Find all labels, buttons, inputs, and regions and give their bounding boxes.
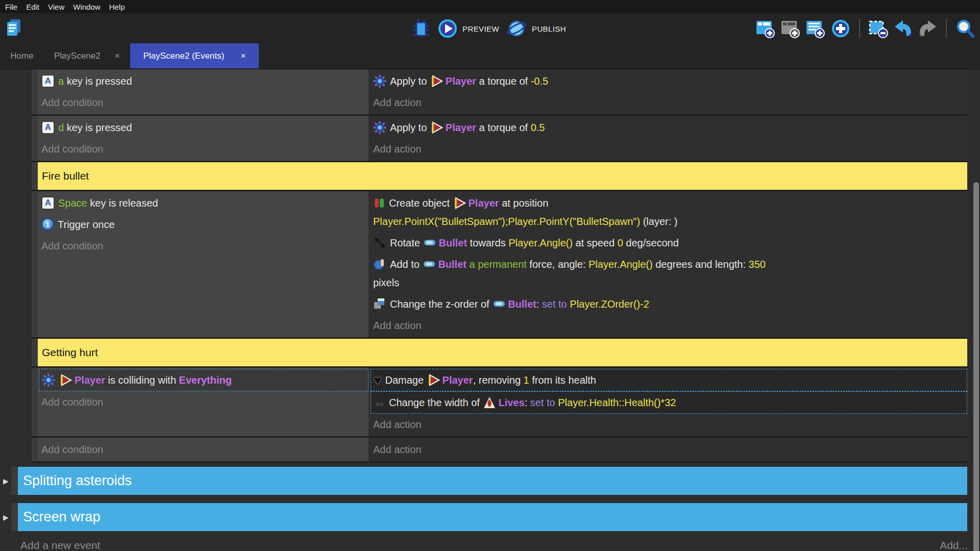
keyboard-icon: A xyxy=(41,196,55,210)
add-action-button[interactable]: Add action xyxy=(371,439,967,460)
actions-cell: ♥Damage Player, removing 1 from its heal… xyxy=(369,368,967,436)
tab-playscene2-events[interactable]: PlayScene2 (Events) × xyxy=(130,43,259,68)
text-segment: 1 xyxy=(524,374,529,386)
publish-button[interactable]: PUBLISH xyxy=(506,18,566,39)
text-segment: a torque of xyxy=(476,122,531,133)
text-segment: d xyxy=(58,122,64,133)
publish-label: PUBLISH xyxy=(532,24,566,33)
add-condition-button[interactable]: Add condition xyxy=(39,138,369,160)
player-icon xyxy=(60,374,72,386)
actions-cell: Apply to Player a torque of 0.5Add actio… xyxy=(369,116,967,161)
force-icon xyxy=(373,258,386,271)
actions-cell: Apply to Player a torque of -0.5Add acti… xyxy=(369,69,967,114)
add-action-button[interactable]: Add action xyxy=(371,315,967,336)
action-line[interactable]: Create object Player at position Player.… xyxy=(371,192,967,232)
main-toolbar: PREVIEW PUBLISH xyxy=(0,13,980,43)
text-segment: Change the z-order of xyxy=(390,298,492,310)
comment-row: Getting hurt xyxy=(32,339,967,368)
text-segment: force, angle: xyxy=(527,259,589,270)
group-header[interactable]: Screen wrap xyxy=(18,503,967,531)
text-segment: key is released xyxy=(87,197,158,209)
expand-arrow-icon[interactable]: ▶ xyxy=(3,477,9,485)
event-getting-hurt: Player is colliding with EverythingAdd c… xyxy=(32,368,967,438)
preview-button[interactable]: PREVIEW xyxy=(437,18,499,39)
menu-view[interactable]: View xyxy=(48,3,64,11)
event-drag-handle[interactable] xyxy=(32,162,38,190)
event-drag-handle[interactable] xyxy=(11,503,18,531)
action-line[interactable]: Apply to Player a torque of 0.5 xyxy=(371,117,967,138)
condition-line[interactable]: Aa key is pressed xyxy=(39,70,369,92)
tab-home[interactable]: Home xyxy=(0,43,44,68)
event-drag-handle[interactable] xyxy=(11,467,18,495)
add-subevent-button[interactable] xyxy=(780,18,800,39)
text-segment: Player xyxy=(443,374,473,386)
tab-playscene2[interactable]: PlayScene2 × xyxy=(44,43,130,68)
group-header[interactable]: Splitting asteroids xyxy=(18,467,967,495)
player-icon xyxy=(428,374,440,386)
event-drag-handle[interactable] xyxy=(32,368,38,436)
sheet-footer: Add a new event Add... xyxy=(20,539,968,551)
toolbar-separator xyxy=(946,19,947,38)
group-row: ▶Splitting asteroids xyxy=(11,467,967,495)
action-line[interactable]: Add to Bullet a permanent force, angle: … xyxy=(371,254,967,293)
debug-icon[interactable] xyxy=(411,18,431,39)
vertical-scrollbar[interactable] xyxy=(973,182,979,551)
text-segment: pixels xyxy=(373,277,399,288)
add-condition-button[interactable]: Add condition xyxy=(39,92,369,113)
condition-line[interactable]: 1Trigger once xyxy=(39,214,369,235)
physics-icon xyxy=(373,74,386,88)
event-drag-handle[interactable] xyxy=(32,191,38,337)
add-button[interactable]: Add... xyxy=(940,539,968,551)
add-comment-button[interactable] xyxy=(805,18,825,39)
menu-bar: File Edit View Window Help xyxy=(0,0,980,13)
expand-arrow-icon[interactable]: ▶ xyxy=(3,513,9,521)
add-condition-button[interactable]: Add condition xyxy=(39,235,369,257)
trigger-once-icon: 1 xyxy=(41,218,54,231)
text-segment: Apply to xyxy=(390,122,430,133)
condition-line[interactable]: Ad key is pressed xyxy=(39,117,369,138)
condition-line[interactable]: ASpace key is released xyxy=(39,192,369,214)
text-segment: is colliding with xyxy=(105,374,179,386)
text-segment: from its health xyxy=(529,374,596,386)
action-line[interactable]: ♥Damage Player, removing 1 from its heal… xyxy=(371,369,967,391)
text-segment: Lives xyxy=(498,397,524,408)
menu-file[interactable]: File xyxy=(5,3,17,11)
event-drag-handle[interactable] xyxy=(32,69,38,114)
text-segment: Player xyxy=(469,197,499,209)
add-action-button[interactable]: Add action xyxy=(371,92,967,113)
menu-help[interactable]: Help xyxy=(109,3,125,11)
event-drag-handle[interactable] xyxy=(32,438,38,461)
text-segment: towards xyxy=(467,237,508,248)
undo-button[interactable] xyxy=(893,19,913,38)
comment-text[interactable]: Fire bullet xyxy=(38,162,967,190)
redo-button[interactable] xyxy=(918,19,938,38)
close-icon[interactable]: × xyxy=(115,52,120,60)
add-action-button[interactable]: Add action xyxy=(371,138,967,160)
condition-line[interactable]: Player is colliding with Everything xyxy=(39,369,369,391)
menu-window[interactable]: Window xyxy=(73,3,100,11)
text-segment: 0 xyxy=(618,237,623,248)
action-line[interactable]: Apply to Player a torque of -0.5 xyxy=(371,70,967,92)
close-icon[interactable]: × xyxy=(240,52,246,60)
comment-text[interactable]: Getting hurt xyxy=(38,339,967,366)
remove-event-button[interactable] xyxy=(868,18,888,39)
action-line[interactable]: Change the z-order of Bullet: set to Pla… xyxy=(371,293,967,315)
text-segment: Space xyxy=(58,197,87,209)
add-new-event-button[interactable]: Add a new event xyxy=(20,539,100,551)
menu-edit[interactable]: Edit xyxy=(26,3,39,11)
search-button[interactable] xyxy=(954,18,976,39)
text-segment: Add to xyxy=(390,259,422,270)
add-condition-button[interactable]: Add condition xyxy=(39,439,369,460)
event-drag-handle[interactable] xyxy=(32,339,38,366)
event-drag-handle[interactable] xyxy=(32,116,38,161)
add-action-button[interactable]: Add action xyxy=(371,414,967,435)
player-icon xyxy=(431,121,443,134)
action-line[interactable]: Rotate Bullet towards Player.Angle() at … xyxy=(371,232,967,254)
conditions-cell: ASpace key is released1Trigger onceAdd c… xyxy=(38,191,369,337)
add-event-button[interactable] xyxy=(755,18,775,39)
actions-cell: Create object Player at position Player.… xyxy=(369,191,967,337)
add-condition-button[interactable]: Add condition xyxy=(39,391,369,413)
action-line[interactable]: ↔Change the width of Lives: set to Playe… xyxy=(371,391,967,414)
choose-add-event-button[interactable] xyxy=(830,18,851,39)
project-manager-icon[interactable] xyxy=(4,18,23,38)
